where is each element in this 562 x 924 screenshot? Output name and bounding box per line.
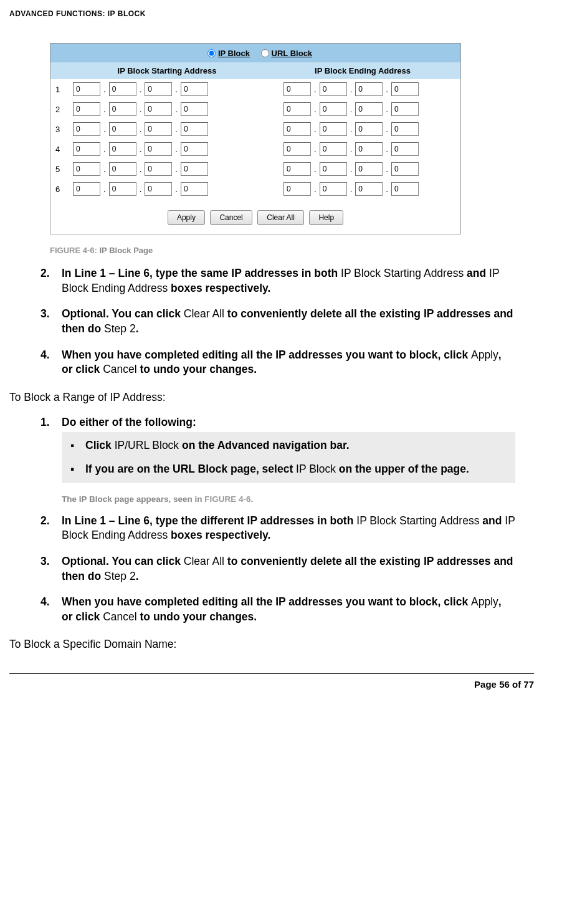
ip-octet-input[interactable]: [145, 82, 172, 96]
ip-octet-input[interactable]: [320, 142, 347, 156]
ip-octet-input[interactable]: [73, 162, 100, 176]
ip-row: 5......: [50, 159, 460, 179]
ip-octet-input[interactable]: [109, 82, 136, 96]
step-4b: 4. When you have completed editing all t…: [40, 595, 515, 624]
step-1b: 1. Do either of the following: ▪ Click I…: [40, 415, 515, 483]
figure-caption: FIGURE 4-6: IP Block Page: [50, 246, 534, 255]
ip-octet-input[interactable]: [391, 82, 419, 96]
cancel-button[interactable]: Cancel: [210, 210, 252, 225]
ip-octet-input[interactable]: [283, 122, 311, 136]
ip-octet-input[interactable]: [355, 162, 383, 176]
ip-octet-input[interactable]: [283, 142, 311, 156]
ip-octet-input[interactable]: [283, 102, 311, 116]
radio-url-block[interactable]: [261, 49, 269, 57]
ip-octet-input[interactable]: [73, 102, 100, 116]
dot-separator: .: [175, 165, 178, 174]
step-2a: 2. In Line 1 – Line 6, type the same IP …: [40, 266, 515, 296]
dot-separator: .: [103, 105, 106, 114]
row-number: 3: [55, 125, 73, 134]
dot-separator: .: [314, 145, 317, 154]
ip-octet-input[interactable]: [320, 82, 347, 96]
dot-separator: .: [175, 145, 178, 154]
ip-octet-input[interactable]: [73, 122, 100, 136]
section-b-heading: To Block a Range of IP Address:: [9, 391, 534, 404]
ip-octet-input[interactable]: [391, 142, 419, 156]
clear-all-button[interactable]: Clear All: [257, 210, 304, 225]
ip-octet-input[interactable]: [145, 162, 172, 176]
ip-octet-input[interactable]: [355, 102, 383, 116]
tab-row: IP Block URL Block: [50, 44, 460, 62]
ip-octet-input[interactable]: [73, 82, 100, 96]
ip-octet-input[interactable]: [145, 122, 172, 136]
ip-octet-input[interactable]: [391, 102, 419, 116]
col-end-header: IP Block Ending Address: [265, 66, 460, 75]
ip-octet-input[interactable]: [145, 182, 172, 196]
row-number: 4: [55, 145, 73, 154]
dot-separator: .: [350, 105, 353, 114]
dot-separator: .: [314, 105, 317, 114]
ip-octet-input[interactable]: [181, 122, 208, 136]
dot-separator: .: [350, 185, 353, 194]
ip-octet-input[interactable]: [181, 182, 208, 196]
ip-octet-input[interactable]: [320, 162, 347, 176]
dot-separator: .: [140, 85, 142, 94]
ip-octet-input[interactable]: [145, 102, 172, 116]
ip-octet-input[interactable]: [73, 142, 100, 156]
ip-starting-group: ...: [73, 82, 266, 96]
ip-ending-group: ...: [266, 102, 459, 116]
dot-separator: .: [350, 165, 353, 174]
ip-octet-input[interactable]: [145, 142, 172, 156]
instructions-b: 1. Do either of the following: ▪ Click I…: [40, 415, 515, 483]
ip-octet-input[interactable]: [391, 182, 419, 196]
dot-separator: .: [314, 125, 317, 134]
ip-octet-input[interactable]: [109, 122, 136, 136]
dot-separator: .: [103, 185, 106, 194]
tab-ip-block-label[interactable]: IP Block: [218, 49, 250, 58]
ip-octet-input[interactable]: [283, 162, 311, 176]
ip-block-panel: IP Block URL Block IP Block Starting Add…: [50, 43, 461, 234]
column-headers: IP Block Starting Address IP Block Endin…: [50, 62, 460, 79]
ip-ending-group: ...: [266, 82, 459, 96]
dot-separator: .: [314, 165, 317, 174]
tab-url-block-label[interactable]: URL Block: [272, 49, 313, 58]
ip-octet-input[interactable]: [283, 82, 311, 96]
apply-button[interactable]: Apply: [168, 210, 205, 225]
ip-octet-input[interactable]: [109, 142, 136, 156]
ip-octet-input[interactable]: [320, 182, 347, 196]
ip-octet-input[interactable]: [320, 122, 347, 136]
result-text: The IP Block page appears, seen in FIGUR…: [62, 494, 534, 504]
ip-starting-group: ...: [73, 122, 266, 136]
ip-octet-input[interactable]: [391, 122, 419, 136]
dot-separator: .: [103, 145, 106, 154]
row-number: 5: [55, 165, 73, 174]
sub-option-1: ▪ Click IP/URL Block on the Advanced nav…: [70, 438, 507, 453]
ip-octet-input[interactable]: [391, 162, 419, 176]
ip-octet-input[interactable]: [355, 122, 383, 136]
ip-ending-group: ...: [266, 162, 459, 176]
sub-option-2: ▪ If you are on the URL Block page, sele…: [70, 462, 507, 477]
ip-octet-input[interactable]: [283, 182, 311, 196]
ip-octet-input[interactable]: [181, 82, 208, 96]
dot-separator: .: [386, 85, 388, 94]
col-start-header: IP Block Starting Address: [69, 66, 265, 75]
ip-octet-input[interactable]: [320, 102, 347, 116]
instructions-b-cont: 2. In Line 1 – Line 6, type the differen…: [40, 514, 515, 625]
ip-octet-input[interactable]: [109, 162, 136, 176]
ip-octet-input[interactable]: [109, 182, 136, 196]
ip-octet-input[interactable]: [181, 102, 208, 116]
ip-octet-input[interactable]: [355, 142, 383, 156]
dot-separator: .: [314, 185, 317, 194]
figure-ip-block: IP Block URL Block IP Block Starting Add…: [50, 43, 534, 255]
ip-octet-input[interactable]: [355, 82, 383, 96]
ip-octet-input[interactable]: [73, 182, 100, 196]
help-button[interactable]: Help: [309, 210, 343, 225]
radio-ip-block[interactable]: [207, 49, 216, 57]
ip-ending-group: ...: [266, 142, 459, 156]
row-number: 6: [55, 185, 73, 194]
dot-separator: .: [140, 125, 142, 134]
ip-octet-input[interactable]: [181, 142, 208, 156]
dot-separator: .: [175, 185, 178, 194]
ip-octet-input[interactable]: [181, 162, 208, 176]
ip-octet-input[interactable]: [109, 102, 136, 116]
ip-octet-input[interactable]: [355, 182, 383, 196]
